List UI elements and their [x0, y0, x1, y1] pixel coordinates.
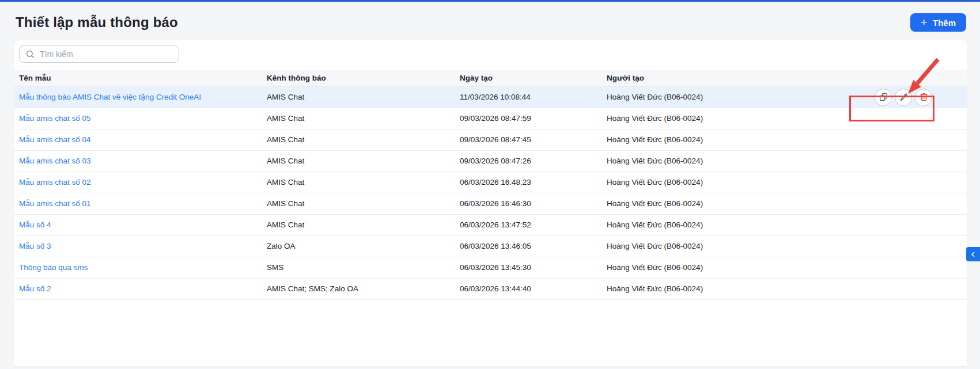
table-row[interactable]: Mẫu amis chat số 04 AMIS Chat 09/03/2026…	[14, 129, 967, 150]
cell-actions	[841, 150, 967, 172]
cell-created-by: Hoàng Viết Đức (B06-0024)	[602, 214, 841, 235]
column-header-kenh-thong-bao[interactable]: Kênh thông báo	[262, 70, 455, 86]
cell-channel: AMIS Chat; SMS; Zalo OA	[262, 278, 455, 299]
template-name-link[interactable]: Mẫu amis chat số 04	[19, 135, 91, 144]
table-row[interactable]: Mẫu số 2 AMIS Chat; SMS; Zalo OA 06/03/2…	[14, 278, 967, 299]
template-name-link[interactable]: Mẫu thông báo AMIS Chat về việc tặng Cre…	[19, 93, 201, 101]
cell-created-date: 06/03/2026 13:44:40	[455, 278, 602, 299]
cell-actions	[841, 278, 967, 299]
chevron-left-icon	[970, 251, 977, 258]
template-name-link[interactable]: Mẫu amis chat số 03	[19, 157, 91, 165]
copy-icon	[879, 93, 888, 101]
page-header: Thiết lập mẫu thông báo + Thêm	[0, 2, 980, 40]
cell-created-by: Hoàng Viết Đức (B06-0024)	[602, 278, 841, 299]
cell-created-by: Hoàng Viết Đức (B06-0024)	[602, 150, 841, 172]
cell-template-name: Mẫu amis chat số 05	[14, 108, 262, 129]
cell-template-name: Mẫu số 2	[14, 278, 262, 299]
template-list-card: Tên mẫu Kênh thông báo Ngày tạo Người tạ…	[14, 40, 967, 366]
table-row[interactable]: Thông báo qua sms SMS 06/03/2026 13:45:3…	[14, 257, 967, 278]
column-header-actions	[841, 70, 967, 86]
add-button-label: Thêm	[933, 18, 956, 28]
template-name-link[interactable]: Mẫu amis chat số 05	[19, 114, 91, 123]
template-name-link[interactable]: Mẫu số 3	[19, 242, 51, 250]
edit-button[interactable]	[895, 89, 912, 106]
cell-channel: SMS	[262, 257, 455, 278]
cell-created-date: 09/03/2026 08:47:26	[455, 150, 602, 172]
table-header: Tên mẫu Kênh thông báo Ngày tạo Người tạ…	[14, 70, 967, 86]
cell-channel: AMIS Chat	[262, 129, 455, 150]
cell-actions	[841, 193, 967, 214]
templates-table: Tên mẫu Kênh thông báo Ngày tạo Người tạ…	[14, 70, 967, 300]
cell-created-date: 09/03/2026 08:47:59	[455, 108, 602, 129]
cell-template-name: Mẫu amis chat số 03	[14, 150, 262, 172]
cell-actions	[841, 86, 967, 108]
cell-created-by: Hoàng Viết Đức (B06-0024)	[602, 172, 841, 193]
search-area	[14, 40, 967, 70]
cell-channel: Zalo OA	[262, 235, 455, 257]
add-button[interactable]: + Thêm	[910, 13, 966, 32]
cell-template-name: Thông báo qua sms	[14, 257, 262, 278]
template-name-link[interactable]: Mẫu số 4	[19, 220, 51, 229]
search-input-container[interactable]	[19, 45, 179, 63]
cell-template-name: Mẫu thông báo AMIS Chat về việc tặng Cre…	[14, 86, 262, 108]
cell-created-by: Hoàng Viết Đức (B06-0024)	[602, 193, 841, 214]
copy-button[interactable]	[875, 89, 892, 106]
cell-created-date: 09/03/2026 08:47:45	[455, 129, 602, 150]
page-title: Thiết lập mẫu thông báo	[16, 14, 178, 31]
table-row[interactable]: Mẫu amis chat số 03 AMIS Chat 09/03/2026…	[14, 150, 967, 172]
search-icon	[26, 50, 35, 59]
cell-template-name: Mẫu amis chat số 02	[14, 172, 262, 193]
cell-channel: AMIS Chat	[262, 172, 455, 193]
cell-created-date: 11/03/2026 10:08:44	[455, 86, 602, 108]
template-name-link[interactable]: Mẫu amis chat số 02	[19, 178, 91, 187]
cell-channel: AMIS Chat	[262, 193, 455, 214]
cell-channel: AMIS Chat	[262, 86, 455, 108]
cell-template-name: Mẫu số 4	[14, 214, 262, 235]
cell-created-by: Hoàng Viết Đức (B06-0024)	[602, 86, 841, 108]
cell-actions	[841, 214, 967, 235]
table-body: Mẫu thông báo AMIS Chat về việc tặng Cre…	[14, 86, 967, 299]
table-row[interactable]: Mẫu amis chat số 05 AMIS Chat 09/03/2026…	[14, 108, 967, 129]
cell-template-name: Mẫu amis chat số 04	[14, 129, 262, 150]
cell-created-date: 06/03/2026 16:48:23	[455, 172, 602, 193]
plus-icon: +	[921, 17, 927, 28]
column-header-ten-mau[interactable]: Tên mẫu	[14, 70, 262, 86]
cell-actions	[841, 108, 967, 129]
table-row[interactable]: Mẫu số 3 Zalo OA 06/03/2026 13:46:05 Hoà…	[14, 235, 967, 257]
cell-created-date: 06/03/2026 13:46:05	[455, 235, 602, 257]
search-input[interactable]	[40, 50, 172, 59]
table-row[interactable]: Mẫu số 4 AMIS Chat 06/03/2026 13:47:52 H…	[14, 214, 967, 235]
cell-created-by: Hoàng Viết Đức (B06-0024)	[602, 235, 841, 257]
template-name-link[interactable]: Mẫu amis chat số 01	[19, 199, 91, 208]
collapse-panel-toggle[interactable]	[966, 247, 980, 261]
row-actions-group	[846, 89, 932, 106]
cell-created-by: Hoàng Viết Đức (B06-0024)	[602, 129, 841, 150]
column-header-nguoi-tao[interactable]: Người tạo	[602, 70, 841, 86]
cell-created-by: Hoàng Viết Đức (B06-0024)	[602, 257, 841, 278]
column-header-ngay-tao[interactable]: Ngày tạo	[455, 70, 602, 86]
cell-actions	[841, 235, 967, 257]
edit-icon	[899, 93, 908, 101]
table-row[interactable]: Mẫu amis chat số 02 AMIS Chat 06/03/2026…	[14, 172, 967, 193]
cell-channel: AMIS Chat	[262, 150, 455, 172]
table-row[interactable]: Mẫu amis chat số 01 AMIS Chat 06/03/2026…	[14, 193, 967, 214]
cell-actions	[841, 172, 967, 193]
cell-template-name: Mẫu số 3	[14, 235, 262, 257]
table-row[interactable]: Mẫu thông báo AMIS Chat về việc tặng Cre…	[14, 86, 967, 108]
cell-channel: AMIS Chat	[262, 108, 455, 129]
cell-created-date: 06/03/2026 16:46:30	[455, 193, 602, 214]
cell-created-date: 06/03/2026 13:45:30	[455, 257, 602, 278]
cell-created-date: 06/03/2026 13:47:52	[455, 214, 602, 235]
delete-button[interactable]	[915, 89, 932, 106]
cell-channel: AMIS Chat	[262, 214, 455, 235]
cell-created-by: Hoàng Viết Đức (B06-0024)	[602, 108, 841, 129]
cell-actions	[841, 129, 967, 150]
template-name-link[interactable]: Thông báo qua sms	[19, 263, 88, 272]
cell-template-name: Mẫu amis chat số 01	[14, 193, 262, 214]
template-name-link[interactable]: Mẫu số 2	[19, 284, 51, 293]
cell-actions	[841, 257, 967, 278]
trash-icon	[920, 93, 928, 101]
